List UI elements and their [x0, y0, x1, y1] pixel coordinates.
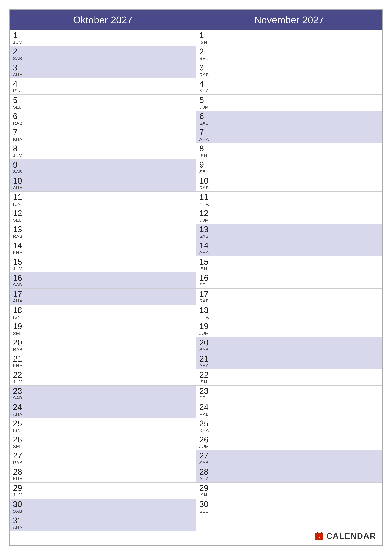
- day-row: 22JUM: [10, 369, 196, 386]
- day-row: 25ISN: [10, 418, 196, 434]
- day-number: 29: [13, 483, 193, 492]
- day-row: 2SAB: [10, 46, 196, 62]
- day-abbr: SEL: [13, 444, 193, 449]
- day-row: 1ISN: [196, 30, 382, 46]
- day-number: 13: [199, 225, 379, 234]
- day-number: 24: [199, 403, 379, 412]
- day-row: 12SEL: [10, 208, 196, 224]
- day-abbr: SAB: [13, 395, 193, 401]
- day-abbr: KHA: [199, 315, 379, 320]
- day-number: 12: [199, 209, 379, 218]
- day-row: 6SAB: [196, 111, 382, 127]
- day-row: 19SEL: [10, 321, 196, 337]
- day-row: 10RAB: [196, 175, 382, 192]
- month-column-0: 1JUM2SAB3AHA4ISN5SEL6RAB7KHA8JUM9SAB10AH…: [10, 30, 196, 545]
- day-row: 5SEL: [10, 95, 196, 111]
- day-number: 15: [13, 257, 193, 266]
- day-number: 16: [13, 273, 193, 282]
- day-number: 30: [199, 500, 379, 509]
- day-row: 8JUM: [10, 143, 196, 159]
- day-number: 8: [13, 144, 193, 153]
- day-row: 20RAB: [10, 337, 196, 353]
- day-row: 13RAB: [10, 224, 196, 240]
- day-abbr: SAB: [199, 347, 379, 352]
- day-abbr: RAB: [13, 347, 193, 352]
- day-number: 9: [13, 160, 193, 169]
- day-abbr: SAB: [13, 509, 193, 514]
- day-number: 31: [13, 516, 193, 525]
- day-abbr: SAB: [199, 121, 379, 126]
- day-abbr: JUM: [199, 331, 379, 336]
- month-header-1: November 2027: [196, 10, 382, 30]
- day-number: 21: [199, 354, 379, 363]
- day-number: 11: [199, 193, 379, 202]
- day-number: 30: [13, 500, 193, 509]
- day-row: 16SAB: [10, 272, 196, 289]
- day-row: 5JUM: [196, 95, 382, 111]
- day-row: 12JUM: [196, 208, 382, 224]
- day-number: 5: [13, 95, 193, 105]
- day-number: 6: [199, 112, 379, 121]
- day-abbr: ISN: [199, 153, 379, 158]
- day-row: 16SEL: [196, 272, 382, 289]
- svg-text:7: 7: [318, 535, 321, 540]
- day-abbr: RAB: [13, 234, 193, 239]
- day-number: 14: [199, 241, 379, 250]
- month-column-1: 1ISN2SEL3RAB4KHA5JUM6SAB7AHA8ISN9SEL10RA…: [196, 30, 382, 545]
- day-row: 11KHA: [196, 192, 382, 208]
- page-container: Oktober 2027November 2027 1JUM2SAB3AHA4I…: [0, 0, 392, 555]
- day-row: 8ISN: [196, 143, 382, 159]
- day-row: 23SAB: [10, 386, 196, 402]
- day-row: 9SAB: [10, 159, 196, 175]
- day-row: 14AHA: [196, 240, 382, 256]
- day-number: 13: [13, 225, 193, 234]
- day-abbr: SEL: [13, 331, 193, 336]
- day-abbr: AHA: [13, 299, 193, 304]
- day-number: 2: [199, 47, 379, 56]
- day-abbr: AHA: [199, 476, 379, 482]
- day-abbr: ISN: [13, 202, 193, 207]
- day-row: 15ISN: [196, 256, 382, 272]
- day-number: 28: [199, 467, 379, 476]
- day-abbr: JUM: [13, 153, 193, 158]
- day-number: 23: [13, 387, 193, 395]
- day-abbr: RAB: [13, 121, 193, 126]
- day-number: 22: [199, 370, 379, 380]
- day-row: 4KHA: [196, 79, 382, 95]
- day-abbr: SAB: [13, 169, 193, 174]
- day-number: 2: [13, 47, 193, 56]
- day-abbr: SEL: [199, 395, 379, 401]
- day-row: 15JUM: [10, 256, 196, 272]
- day-number: 25: [13, 419, 193, 428]
- day-abbr: AHA: [13, 412, 193, 417]
- day-row: 30SAB: [10, 499, 196, 515]
- day-number: 1: [199, 31, 379, 40]
- day-row: 24AHA: [10, 402, 196, 418]
- day-number: 21: [13, 354, 193, 363]
- day-row: 27SAB: [196, 450, 382, 466]
- day-number: 16: [199, 273, 379, 282]
- day-row: 6RAB: [10, 111, 196, 127]
- day-number: 17: [13, 290, 193, 299]
- day-abbr: AHA: [13, 525, 193, 530]
- day-abbr: JUM: [199, 105, 379, 110]
- day-number: 19: [13, 322, 193, 331]
- day-row: 18ISN: [10, 305, 196, 321]
- day-row: 10AHA: [10, 175, 196, 192]
- day-number: 28: [13, 467, 193, 476]
- day-row: 29ISN: [196, 482, 382, 499]
- day-abbr: KHA: [13, 250, 193, 255]
- day-row: 21AHA: [196, 353, 382, 369]
- month-header-0: Oktober 2027: [10, 10, 196, 30]
- day-number: 14: [13, 241, 193, 250]
- logo-wrapper: 7 CALENDAR: [314, 531, 376, 541]
- day-number: 19: [199, 322, 379, 331]
- svg-rect-4: [317, 532, 318, 534]
- day-number: 3: [13, 63, 193, 72]
- day-row: 28AHA: [196, 466, 382, 482]
- day-abbr: ISN: [199, 380, 379, 384]
- day-row: 19JUM: [196, 321, 382, 337]
- day-number: 18: [199, 306, 379, 315]
- day-row: 22ISN: [196, 369, 382, 386]
- day-number: 7: [13, 128, 193, 137]
